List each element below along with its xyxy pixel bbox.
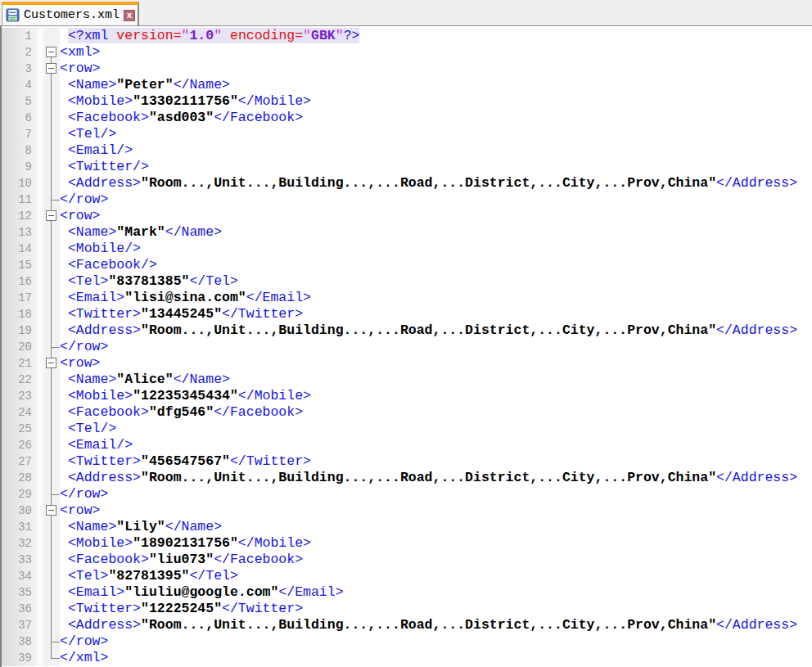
editor-line: 25 <Tel/>	[2, 421, 812, 437]
code-line[interactable]: <Tel>"82781395"</Tel>	[60, 568, 812, 584]
code-line[interactable]: <Name>"Peter"</Name>	[60, 77, 812, 93]
code-line[interactable]: <Tel>"83781385"</Tel>	[60, 273, 812, 290]
code-line[interactable]: </row>	[60, 192, 812, 208]
margin-gap	[38, 110, 43, 126]
fold-margin-cell	[43, 159, 60, 175]
code-line[interactable]: <xml>	[60, 44, 812, 61]
fold-margin-cell	[43, 142, 60, 159]
line-number: 1	[2, 28, 38, 44]
margin-gap	[38, 633, 43, 650]
code-line[interactable]: <Address>"Room...,Unit...,Building...,..…	[60, 322, 812, 339]
text-editor[interactable]: 1 <?xml version="1.0" encoding="GBK"?>2<…	[0, 26, 812, 667]
margin-gap	[38, 486, 43, 503]
code-line[interactable]: <Mobile>"12235345434"</Mobile>	[60, 388, 812, 404]
line-number: 39	[2, 650, 38, 666]
margin-gap	[38, 257, 43, 273]
code-line[interactable]: <Mobile>"13302111756"</Mobile>	[60, 93, 812, 110]
code-line[interactable]: <Name>"Alice"</Name>	[60, 372, 812, 388]
fold-margin-cell	[43, 290, 60, 306]
code-line[interactable]: </row>	[60, 339, 812, 355]
line-number: 4	[2, 77, 38, 93]
line-number: 15	[2, 257, 38, 273]
save-floppy-icon	[6, 8, 20, 22]
code-line[interactable]: <Email>"lisi@sina.com"</Email>	[60, 290, 812, 306]
editor-line: 15 <Facebook/>	[2, 257, 812, 273]
code-line[interactable]: <Mobile/>	[60, 241, 812, 257]
fold-toggle[interactable]	[46, 63, 56, 74]
fold-margin-cell	[43, 388, 60, 404]
code-line[interactable]: <Name>"Lily"</Name>	[60, 519, 812, 535]
line-number: 33	[2, 552, 38, 568]
fold-margin-cell	[43, 224, 60, 241]
code-line[interactable]: <row>	[60, 208, 812, 224]
fold-margin-cell	[43, 257, 60, 273]
editor-line: 4 <Name>"Peter"</Name>	[2, 77, 812, 93]
code-line[interactable]: <Email/>	[60, 437, 812, 453]
fold-toggle[interactable]	[46, 358, 56, 368]
close-icon[interactable]: x	[124, 10, 135, 21]
code-line[interactable]: <Mobile>"18902131756"</Mobile>	[60, 535, 812, 552]
code-line[interactable]: <Address>"Room...,Unit...,Building...,..…	[60, 175, 812, 192]
editor-line: 33 <Facebook>"liu073"</Facebook>	[2, 552, 812, 568]
line-number: 14	[2, 241, 38, 257]
line-number: 34	[2, 568, 38, 584]
code-line[interactable]: <row>	[60, 61, 812, 77]
code-line[interactable]: <Address>"Room...,Unit...,Building...,..…	[60, 470, 812, 486]
margin-gap	[38, 355, 43, 372]
code-line[interactable]: </row>	[60, 486, 812, 503]
tab-customers-xml[interactable]: Customers.xml x	[2, 2, 139, 25]
xml-declaration-highlight: <?xml version="1.0" encoding="GBK"?>	[68, 28, 360, 43]
editor-line: 3<row>	[2, 61, 812, 77]
code-line[interactable]: <Tel/>	[60, 126, 812, 142]
editor-line: 20</row>	[2, 339, 812, 355]
editor-line: 19 <Address>"Room...,Unit...,Building...…	[2, 322, 812, 339]
fold-toggle[interactable]	[46, 47, 56, 57]
code-line[interactable]: <Email/>	[60, 142, 812, 159]
line-number: 16	[2, 273, 38, 290]
editor-line: 31 <Name>"Lily"</Name>	[2, 519, 812, 535]
code-line[interactable]: <?xml version="1.0" encoding="GBK"?>	[60, 28, 812, 44]
code-line[interactable]: <Facebook>"liu073"</Facebook>	[60, 552, 812, 568]
code-line[interactable]: <Email>"liuliu@google.com"</Email>	[60, 584, 812, 601]
code-line[interactable]: <row>	[60, 355, 812, 372]
code-line[interactable]: <Name>"Mark"</Name>	[60, 224, 812, 241]
fold-margin-cell	[43, 453, 60, 470]
code-line[interactable]: <Facebook>"dfg546"</Facebook>	[60, 404, 812, 421]
fold-margin-cell	[43, 633, 60, 650]
code-line[interactable]: <Tel/>	[60, 421, 812, 437]
margin-gap	[38, 44, 43, 61]
editor-line: 6 <Facebook>"asd003"</Facebook>	[2, 110, 812, 126]
line-number: 5	[2, 93, 38, 110]
line-number: 12	[2, 208, 38, 224]
code-line[interactable]: <Facebook>"asd003"</Facebook>	[60, 110, 812, 126]
editor-line: 28 <Address>"Room...,Unit...,Building...…	[2, 470, 812, 486]
margin-gap	[38, 568, 43, 584]
code-line[interactable]: <Facebook/>	[60, 257, 812, 273]
code-line[interactable]: </xml>	[60, 650, 812, 666]
fold-margin-cell	[43, 208, 60, 224]
line-number: 27	[2, 453, 38, 470]
editor-line: 5 <Mobile>"13302111756"</Mobile>	[2, 93, 812, 110]
editor-line: 36 <Twitter>"12225245"</Twitter>	[2, 601, 812, 617]
editor-line: 12<row>	[2, 208, 812, 224]
code-line[interactable]: <Twitter>"12225245"</Twitter>	[60, 601, 812, 617]
editor-line: 2<xml>	[2, 44, 812, 61]
editor-line: 11</row>	[2, 192, 812, 208]
editor-line: 34 <Tel>"82781395"</Tel>	[2, 568, 812, 584]
fold-margin-cell	[43, 175, 60, 192]
fold-margin-cell	[43, 77, 60, 93]
code-line[interactable]: <Twitter/>	[60, 159, 812, 175]
code-line[interactable]: <Twitter>"456547567"</Twitter>	[60, 453, 812, 470]
line-number: 3	[2, 61, 38, 77]
line-number: 32	[2, 535, 38, 552]
fold-toggle[interactable]	[46, 505, 56, 516]
margin-gap	[38, 241, 43, 257]
code-line[interactable]: <Twitter>"13445245"</Twitter>	[60, 306, 812, 322]
line-number: 31	[2, 519, 38, 535]
fold-toggle[interactable]	[46, 210, 56, 221]
code-line[interactable]: <Address>"Room...,Unit...,Building...,..…	[60, 617, 812, 633]
line-number: 11	[2, 192, 38, 208]
fold-margin-cell	[43, 61, 60, 77]
code-line[interactable]: </row>	[60, 633, 812, 650]
code-line[interactable]: <row>	[60, 503, 812, 519]
